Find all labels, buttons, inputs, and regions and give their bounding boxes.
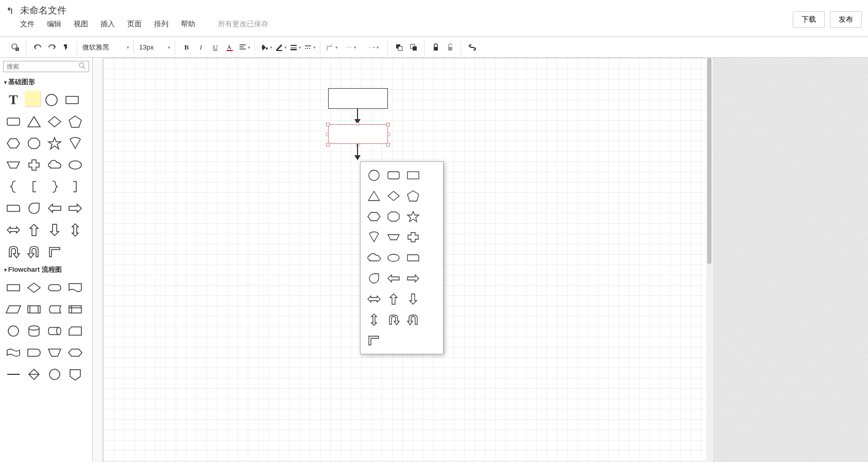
shape-process[interactable] [4,278,23,297]
arrow-start-icon[interactable]: ▾ [340,41,361,54]
link-icon[interactable] [466,41,479,54]
font-color-icon[interactable]: A [224,41,236,54]
format-painter-icon[interactable] [60,41,73,54]
pick-teardrop[interactable] [365,269,383,288]
pick-corner[interactable] [365,331,383,350]
pick-arrow-right[interactable] [404,269,422,288]
shape-arrow-double-v[interactable] [66,221,84,239]
pick-trapezoid[interactable] [384,228,403,246]
shape-text[interactable]: T [4,91,23,109]
selection-handle[interactable] [326,123,330,126]
shape-triangle[interactable] [25,112,43,131]
shape-trapezoid[interactable] [4,156,23,174]
back-button[interactable]: ↰ [6,4,14,16]
shape-cross[interactable] [25,156,43,174]
shape-arrow-down[interactable] [45,221,64,239]
shape-tab[interactable] [4,199,23,218]
selection-handle[interactable] [326,143,330,146]
shape-brace-left[interactable] [4,177,23,196]
shape-predefined[interactable] [25,300,43,319]
underline-icon[interactable]: U [209,41,222,54]
shape-manual-op[interactable] [45,343,64,362]
pick-triangle[interactable] [365,187,383,205]
selection-mid-handle[interactable] [326,133,329,136]
add-shape-icon[interactable] [9,41,22,54]
shape-teardrop[interactable] [25,199,43,218]
shape-delay[interactable] [25,343,43,362]
unlock-icon[interactable] [444,41,456,54]
italic-icon[interactable]: I [195,41,207,54]
font-family-select[interactable]: 微软雅黑 [82,43,124,52]
shape-corner[interactable] [45,242,64,261]
canvas-rectangle-1[interactable] [328,88,388,109]
arrow-end-icon[interactable]: ▾ [363,41,383,54]
shape-document[interactable] [66,278,84,297]
shape-decision[interactable] [25,278,43,297]
publish-button[interactable]: 发布 [830,11,862,28]
pick-circle[interactable] [365,166,383,185]
shape-brace-right[interactable] [45,177,64,196]
shape-tape[interactable] [4,343,23,362]
shape-database[interactable] [25,322,43,340]
shape-preparation[interactable] [66,343,84,362]
pick-rect[interactable] [404,166,422,185]
shape-ellipse[interactable] [66,156,84,174]
pick-arrow-double-h[interactable] [365,290,383,308]
shape-uturn-left[interactable] [4,242,23,261]
shape-circle[interactable] [42,91,61,109]
shape-hexagon[interactable] [4,134,23,153]
menu-view[interactable]: 视图 [74,20,88,29]
shape-arrow-right[interactable] [66,199,84,218]
pick-pentagon[interactable] [404,187,422,205]
font-size-select[interactable]: 13px [139,43,165,51]
connector-type-icon[interactable]: ▾ [326,41,338,54]
pick-sector[interactable] [365,228,383,246]
shape-uturn-right[interactable] [25,242,43,261]
pick-rounded-rect[interactable] [384,166,403,185]
redo-icon[interactable] [46,41,58,54]
shape-rectangle[interactable] [63,91,81,109]
pick-uturn-left[interactable] [384,310,403,329]
shape-internal-storage[interactable] [66,300,84,319]
download-button[interactable]: 下载 [793,11,825,28]
shape-stored-data[interactable] [45,300,64,319]
menu-file[interactable]: 文件 [20,20,35,29]
shape-connector-circle[interactable] [4,322,23,340]
send-back-icon[interactable] [407,41,420,54]
line-color-icon[interactable]: ▾ [275,41,287,54]
shape-offpage[interactable] [66,365,84,384]
shape-pentagon[interactable] [66,112,84,131]
selection-mid-handle[interactable] [387,133,390,136]
shape-bracket-left[interactable] [25,177,43,196]
search-input[interactable] [3,61,89,72]
pick-arrow-down[interactable] [404,290,422,308]
bring-front-icon[interactable] [393,41,405,54]
shape-direct-data[interactable] [45,322,64,340]
document-title[interactable]: 未命名文件 [20,4,862,16]
pick-arrow-left[interactable] [384,269,403,288]
pick-star[interactable] [404,207,422,226]
pick-arrow-double-v[interactable] [365,310,383,329]
shape-summing[interactable] [45,365,64,384]
category-basic[interactable]: 基础图形 [0,75,92,89]
fill-color-icon[interactable]: ▾ [260,41,273,54]
selection-handle[interactable] [386,143,390,146]
category-flowchart[interactable]: Flowchart 流程图 [0,263,92,276]
lock-icon[interactable] [430,41,442,54]
menu-arrange[interactable]: 排列 [154,20,168,29]
menu-insert[interactable]: 插入 [100,20,115,29]
line-dash-icon[interactable]: ▾ [303,41,316,54]
shape-rounded-rect[interactable] [4,112,23,131]
drawing-canvas[interactable] [103,58,713,462]
canvas-arrow-1[interactable] [357,109,358,120]
shape-card[interactable] [66,322,84,340]
pick-ellipse[interactable] [384,249,403,267]
pick-cloud[interactable] [365,249,383,267]
pick-uturn-right[interactable] [404,310,422,329]
undo-icon[interactable] [31,41,44,54]
shape-arrow-left[interactable] [45,199,64,218]
menu-help[interactable]: 帮助 [181,20,195,29]
shape-merge-line[interactable] [4,365,23,384]
menu-page[interactable]: 页面 [127,20,142,29]
shape-sector[interactable] [66,134,84,153]
